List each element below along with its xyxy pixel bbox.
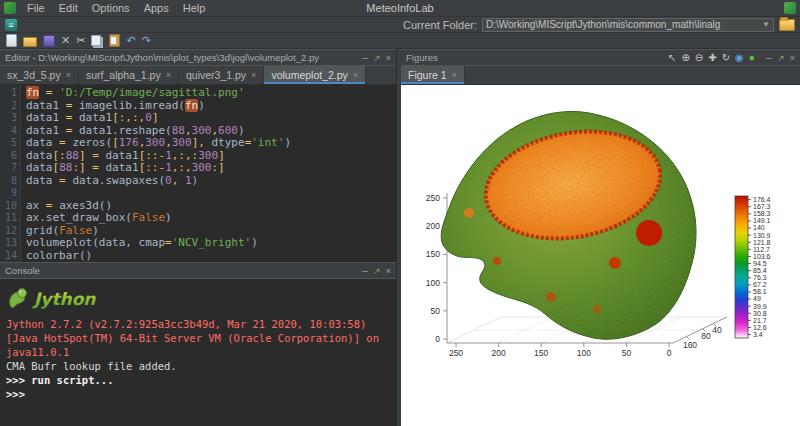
browse-folder-icon[interactable] — [779, 19, 795, 31]
paste-icon[interactable] — [109, 34, 120, 47]
rotate-icon[interactable]: ↻ — [722, 52, 730, 63]
zoom-in-icon[interactable]: ⊕ — [681, 52, 689, 63]
z-tick-label: 150 — [426, 249, 440, 259]
tab-label: quiver3_1.py — [186, 69, 246, 81]
probe-icon[interactable]: ● — [749, 52, 755, 63]
current-folder-combobox[interactable]: D:\Working\MIScript\Jython\mis\common_ma… — [482, 18, 774, 32]
code-token: = — [53, 174, 73, 187]
save-file-icon[interactable] — [43, 35, 55, 47]
code-token: dtype — [212, 136, 245, 149]
code-token: [::- — [139, 149, 166, 162]
console-line: Jython 2.7.2 (v2.7.2:925a3cc3b49d, Mar 2… — [6, 317, 390, 331]
menu-items: FileEditOptionsAppsHelp — [20, 2, 212, 14]
close-panel-icon[interactable]: × — [790, 53, 795, 63]
console-line: [Java HotSpot(TM) 64-Bit Server VM (Orac… — [6, 331, 390, 359]
editor-tab-volumeplot_2.py[interactable]: volumeplot_2.py — [264, 66, 366, 84]
depth-tick-label: 160 — [683, 340, 697, 350]
close-tab-icon[interactable] — [452, 70, 457, 80]
tab-label: sx_3d_5.py — [7, 69, 61, 81]
zoom-out-icon[interactable]: ⊖ — [695, 52, 703, 63]
editor-tab-surf_alpha_1.py[interactable]: surf_alpha_1.py — [79, 66, 179, 84]
colorbar-tick-label: 176.4 — [753, 196, 771, 203]
editor-tab-quiver3_1.py[interactable]: quiver3_1.py — [179, 66, 264, 84]
new-file-icon[interactable] — [6, 34, 17, 47]
z-tick-label: 100 — [426, 278, 440, 288]
float-panel-icon[interactable]: ↗ — [373, 266, 381, 276]
close-tab-icon[interactable] — [353, 70, 358, 80]
menu-help[interactable]: Help — [176, 2, 213, 14]
line-number: 4 — [0, 125, 17, 138]
code-token: ) — [284, 136, 291, 149]
cut-icon[interactable]: ✂ — [76, 34, 85, 47]
code-token: data.swapaxes( — [72, 174, 165, 187]
close-panel-icon[interactable]: × — [386, 53, 391, 63]
line-number: 6 — [0, 150, 17, 163]
depth-tick-label: 80 — [701, 331, 711, 341]
chevron-down-icon[interactable]: ▼ — [762, 20, 770, 29]
redo-icon[interactable]: ↷ — [142, 34, 151, 47]
code-token: ] = — [79, 149, 106, 162]
figures-window-controls: ─↗× — [766, 53, 795, 63]
script-icon[interactable]: ≡ — [5, 19, 17, 31]
code-token: = — [39, 86, 59, 99]
menu-options[interactable]: Options — [85, 2, 137, 14]
red-blob — [636, 220, 662, 246]
close-file-icon[interactable]: ✕ — [61, 34, 70, 47]
head-volume — [431, 103, 706, 348]
code-token: 300 — [172, 136, 192, 149]
code-editor[interactable]: 1234567891011121314 fn = 'D:/Temp/image/… — [0, 85, 396, 262]
console-output[interactable]: Jython Jython 2.7.2 (v2.7.2:925a3cc3b49d… — [0, 279, 396, 426]
line-number: 14 — [0, 250, 17, 263]
close-tab-icon[interactable] — [166, 70, 171, 80]
code-token: fn — [185, 99, 198, 112]
tab-label: Figure 1 — [408, 69, 447, 81]
editor-window-controls: ─↗× — [362, 53, 391, 63]
menu-apps[interactable]: Apps — [137, 2, 176, 14]
minimize-panel-icon[interactable]: ─ — [362, 53, 368, 63]
close-tab-icon[interactable] — [251, 70, 256, 80]
close-panel-icon[interactable]: × — [386, 266, 391, 276]
pan-icon[interactable]: ✚ — [708, 52, 716, 63]
jython-pupil — [21, 292, 22, 293]
code-token: ) — [165, 211, 172, 224]
app-badge-icon[interactable] — [784, 2, 796, 14]
menu-edit[interactable]: Edit — [52, 2, 85, 14]
code-token: data1 — [106, 149, 139, 162]
code-token: :] — [212, 161, 225, 174]
tab-label: volumeplot_2.py — [271, 69, 347, 81]
console-lines: Jython 2.7.2 (v2.7.2:925a3cc3b49d, Mar 2… — [6, 317, 390, 401]
console-line: >>> — [6, 387, 390, 401]
code-lines[interactable]: fn = 'D:/Temp/image/sagittal.png'data1 =… — [21, 85, 396, 262]
eye-spot — [464, 208, 474, 218]
figure-canvas[interactable]: 2502001501005002502001501005001608040176… — [401, 85, 800, 426]
line-number: 9 — [0, 187, 17, 200]
copy-icon[interactable] — [91, 35, 101, 46]
menu-file[interactable]: File — [20, 2, 52, 14]
colorbar-tick-label: 39.9 — [753, 303, 767, 310]
line-number: 7 — [0, 162, 17, 175]
float-panel-icon[interactable]: ↗ — [777, 53, 785, 63]
console-panel: Console ─↗× — [0, 262, 396, 426]
code-token: 300 — [145, 136, 165, 149]
code-token: ,:, — [172, 161, 192, 174]
code-token: data — [26, 161, 53, 174]
code-token: 88 — [59, 161, 72, 174]
open-file-icon[interactable] — [23, 37, 37, 47]
select-arrow-icon[interactable]: ↖ — [668, 52, 676, 63]
colorbar — [735, 196, 748, 338]
close-tab-icon[interactable] — [66, 70, 71, 80]
globe-icon[interactable]: ◉ — [735, 52, 744, 63]
minimize-panel-icon[interactable]: ─ — [766, 53, 772, 63]
x-tick-label: 0 — [667, 348, 672, 358]
jython-logo-text: Jython — [32, 289, 96, 309]
x-tick-label: 150 — [534, 348, 548, 358]
minimize-panel-icon[interactable]: ─ — [362, 266, 368, 276]
code-token: [::- — [139, 161, 166, 174]
float-panel-icon[interactable]: ↗ — [373, 53, 381, 63]
code-token: = — [165, 236, 172, 249]
editor-tab-sx_3d_5.py[interactable]: sx_3d_5.py — [0, 66, 79, 84]
x-tick-label: 50 — [622, 348, 632, 358]
z-tick-label: 200 — [426, 221, 440, 231]
undo-icon[interactable]: ↶ — [126, 34, 135, 47]
figure-tab[interactable]: Figure 1 — [401, 66, 465, 84]
